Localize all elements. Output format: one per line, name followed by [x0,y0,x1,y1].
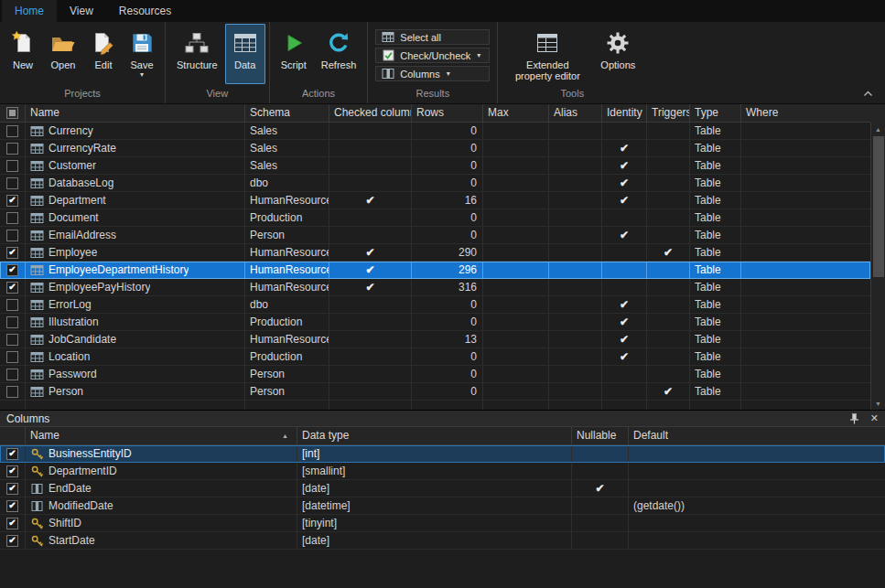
scroll-thumb[interactable] [873,136,884,277]
table-row[interactable]: LocationProduction0✔Table [0,348,870,366]
where-cell [741,209,870,226]
row-checkbox[interactable]: ✔ [6,518,18,529]
row-checkbox[interactable]: ✔ [6,500,18,512]
table-row[interactable]: PersonPerson0✔Table [0,383,870,401]
select-all-header-cell[interactable] [0,104,26,122]
tab-home[interactable]: Home [2,0,57,22]
ribbon-group-actions: Script Refresh Actions [269,22,368,103]
row-checkbox[interactable] [6,143,18,155]
open-button[interactable]: Open [42,24,84,84]
row-checkbox[interactable] [6,177,18,189]
row-checkbox[interactable] [6,351,18,363]
structure-button[interactable]: Structure [169,24,225,84]
table-row[interactable]: ✔EmployeeHumanResources✔290✔Table [0,244,870,262]
column-row[interactable]: ✔BusinessEntityID[int] [0,445,885,463]
row-checkbox[interactable]: ✔ [6,448,18,460]
table-name-cell: Person [26,383,245,400]
table-row[interactable]: CustomerSales0✔Table [0,157,870,175]
vertical-scrollbar[interactable]: ▲ ▼ [870,123,885,410]
collapse-ribbon-button[interactable] [859,86,876,99]
where-cell [741,157,870,174]
col-header-identity[interactable]: Identity [602,104,647,122]
table-row[interactable]: ✔EmployeeDepartmentHistoryHumanResources… [0,262,870,279]
col-header-type[interactable]: Type [690,104,741,122]
data-button-label: Data [234,59,255,70]
table-row[interactable]: DocumentProduction0Table [0,209,870,227]
close-icon[interactable]: ✕ [870,413,879,423]
max-cell [483,279,549,295]
col-header-where[interactable]: Where [741,104,870,122]
refresh-button[interactable]: Refresh [314,24,364,84]
col-header-data-type[interactable]: Data type [297,427,572,444]
table-row[interactable]: CurrencySales0Table [0,123,870,140]
row-checkbox[interactable] [6,369,18,380]
col-header-max[interactable]: Max [483,104,549,122]
scroll-up-arrow[interactable]: ▲ [871,123,885,135]
identity-cell [602,279,647,295]
col-header-alias[interactable]: Alias [549,104,602,122]
col-header-nullable[interactable]: Nullable [572,427,629,444]
checked-columns-cell: ✔ [329,262,412,278]
cell-text: CurrencyRate [49,140,116,156]
open-button-label: Open [51,59,76,70]
col-header-column-name[interactable]: Name ▲ [26,427,297,444]
column-row[interactable]: ✔EndDate[date]✔ [0,480,885,497]
select-all-checkbox[interactable] [6,107,18,119]
column-row[interactable]: ✔StartDate[date] [0,532,885,550]
row-checkbox[interactable]: ✔ [6,195,18,207]
data-button[interactable]: Data [225,24,265,84]
col-header-default[interactable]: Default [629,427,885,444]
row-checkbox[interactable] [6,125,18,137]
table-name-cell: Document [26,209,245,226]
triggers-cell [647,279,690,295]
table-row[interactable]: ErrorLogdbo0✔Table [0,296,870,314]
col-header-name[interactable]: Name [26,104,245,122]
row-checkbox[interactable]: ✔ [6,483,18,495]
col-header-triggers[interactable]: Triggers [647,104,690,122]
cell-text: Password [49,366,97,382]
column-row[interactable]: ✔DepartmentID[smallint] [0,463,885,480]
col-header-checked-columns[interactable]: Checked columns [329,104,412,122]
save-button[interactable]: Save ▾ [123,24,161,84]
table-row[interactable]: CurrencyRateSales0✔Table [0,140,870,157]
column-row[interactable]: ✔ModifiedDate[datetime](getdate()) [0,497,885,515]
select-all-button[interactable]: Select all [375,29,490,45]
row-checkbox[interactable] [6,386,18,398]
col-header-schema[interactable]: Schema [245,104,329,122]
columns-button[interactable]: Columns ▾ [375,66,490,81]
col-header-rows[interactable]: Rows [412,104,483,122]
empty-cell [245,401,329,410]
row-checkbox[interactable] [6,230,18,241]
script-button[interactable]: Script [274,24,314,84]
table-row[interactable]: DatabaseLogdbo0✔Table [0,175,870,192]
table-row[interactable]: IllustrationProduction0✔Table [0,314,870,331]
row-checkbox[interactable] [6,212,18,224]
column-row[interactable]: ✔ShiftID[tinyint] [0,515,885,532]
table-row[interactable]: PasswordPerson0Table [0,366,870,383]
type-cell: Table [690,366,741,382]
tab-resources[interactable]: Resources [106,0,184,22]
table-row[interactable]: EmailAddressPerson0✔Table [0,227,870,244]
tab-view[interactable]: View [57,0,106,22]
row-checkbox[interactable] [6,334,18,346]
row-checkbox[interactable]: ✔ [6,535,18,547]
table-row[interactable]: ✔DepartmentHumanResources✔16✔Table [0,192,870,209]
edit-button[interactable]: Edit [84,24,123,84]
table-row[interactable]: ✔EmployeePayHistoryHumanResources✔316Tab… [0,279,870,296]
options-button[interactable]: Options [593,24,642,84]
row-checkbox[interactable]: ✔ [6,282,18,294]
row-checkbox[interactable]: ✔ [6,465,18,477]
extended-property-editor-button[interactable]: Extended property editor [502,24,593,84]
scroll-down-arrow[interactable]: ▼ [871,397,885,410]
check-uncheck-button[interactable]: Check/Uncheck ▾ [375,48,490,63]
row-checkbox[interactable]: ✔ [6,264,18,276]
pin-icon[interactable] [849,413,859,424]
row-checkbox[interactable] [6,160,18,172]
row-checkbox[interactable] [6,299,18,311]
row-checkbox[interactable]: ✔ [6,247,18,259]
type-cell: Table [690,192,741,208]
data-type-cell: [smallint] [297,463,572,479]
table-row[interactable]: JobCandidateHumanResources13✔Table [0,331,870,348]
new-button[interactable]: New [4,24,42,84]
row-checkbox[interactable] [6,316,18,328]
